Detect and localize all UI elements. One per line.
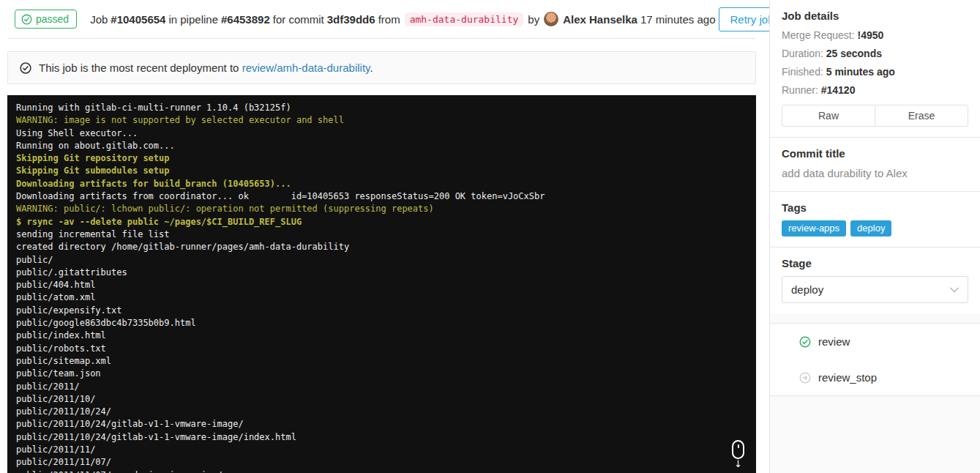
commit-title-text: add data durability to Alex [782,166,968,181]
build-row-review_stop[interactable]: review_stop [770,360,980,395]
deployment-banner: This job is the most recent deployment t… [7,51,756,84]
check-circle-icon [21,14,32,25]
build-row-review[interactable]: review [770,324,980,360]
check-circle-icon [799,336,811,348]
scroll-down-button[interactable]: ↓ [732,440,744,469]
job-detail-row: Duration: 25 seconds [782,47,968,60]
status-badge-passed[interactable]: passed [15,10,77,29]
log-line: WARNING: public/: lchown public/: operat… [16,203,747,215]
tag-badge-deploy[interactable]: deploy [850,220,891,236]
chevron-down-icon [950,287,959,293]
commit-title-heading: Commit title [782,147,968,160]
job-header: passed Job #10405654 in pipeline #645389… [7,0,756,39]
log-line: public/2011/10/24/ [16,406,747,418]
log-line: public/404.html [16,279,747,291]
log-line: Downloading artifacts for build_branch (… [16,178,747,190]
log-line: public/2011/11/07/ [16,456,747,469]
branch-badge[interactable]: amh-data-durability [405,12,524,26]
mouse-scroll-icon [732,440,744,459]
log-line: public/.gitattributes [16,267,747,279]
log-line: public/2011/ [16,381,747,393]
log-line: WARNING: image is not supported by selec… [16,114,747,127]
pipeline-id-link[interactable]: #6453892 [221,13,270,26]
banner-text-after: . [370,62,373,74]
job-details-section: Job details Merge Request: !4950Duration… [770,0,980,137]
job-id-link[interactable]: #10405654 [111,13,165,26]
banner-text: This job is the most recent deployment t… [39,62,373,74]
log-line: Skipping Git repository setup [16,152,747,165]
stage-builds-area: reviewreview_stop [770,313,980,473]
status-label: passed [36,13,69,25]
log-line: Running with gitlab-ci-multi-runner 1.10… [16,102,747,114]
job-detail-rows: Merge Request: !4950Duration: 25 seconds… [782,29,968,97]
build-trace-terminal[interactable]: Running with gitlab-ci-multi-runner 1.10… [7,95,756,473]
log-line: Using Shell executor... [16,127,747,140]
from-label: from [378,13,400,26]
job-detail-row: Finished: 5 minutes ago [782,65,968,78]
build-name: review_stop [818,371,877,384]
author-avatar[interactable] [544,12,558,26]
raw-button[interactable]: Raw [782,105,875,127]
in-pipeline-label: in pipeline [168,13,218,26]
tags-heading: Tags [782,201,968,214]
log-line: public/2011/10/24/gitlab-v1-1-vmware-ima… [16,431,747,444]
log-line: public/ [16,254,747,267]
log-line: public/2011/10/ [16,393,747,406]
by-label: by [528,13,539,26]
time-ago: 17 minutes ago [640,13,716,26]
job-label: Job [90,13,108,26]
log-line: Running on about.gitlab.com... [16,140,747,152]
commit-sha-link[interactable]: 3df39dd6 [327,13,375,26]
tags-section: Tags review-appsdeploy [770,191,980,247]
job-info: Job #10405654 in pipeline #6453892 for c… [90,12,718,26]
stage-dropdown[interactable]: deploy [782,276,968,303]
log-line: Skipping Git submodules setup [16,165,747,177]
log-line: public/team.json [16,368,747,380]
banner-text-before: This job is the most recent deployment t… [39,62,239,74]
log-line: sending incremental file list [16,228,747,241]
job-sidebar: Job details Merge Request: !4950Duration… [769,0,980,473]
check-circle-icon [20,62,31,74]
author-name-link[interactable]: Alex Hanselka [563,13,637,26]
job-details-title: Job details [782,10,968,22]
log-line: public/robots.txt [16,343,747,355]
build-name: review [818,335,850,348]
tag-badge-review-apps[interactable]: review-apps [782,220,846,236]
trace-buttons: Raw Erase [782,105,968,127]
arrow-right-circle-icon [799,372,811,384]
stage-heading: Stage [782,257,968,269]
log-line: public/index.html [16,329,747,342]
for-commit-label: for commit [273,13,324,26]
job-page: passed Job #10405654 in pipeline #645389… [0,0,980,473]
job-detail-row: Merge Request: !4950 [782,29,968,42]
commit-title-section: Commit title add data durability to Alex [770,137,980,191]
log-line: public/atom.xml [16,291,747,304]
log-line: public/2011/11/ [16,444,747,456]
tags-list: review-appsdeploy [782,220,968,236]
environment-link[interactable]: review/amh-data-durability [242,62,370,74]
log-line: $ rsync -av --delete public ~/pages/$CI_… [16,216,747,228]
log-line: created directory /home/gitlab-runner/pa… [16,241,747,253]
log-line: public/2011/10/24/gitlab-v1-1-vmware-ima… [16,418,747,431]
log-line: public/2011/11/07/new-design-is-coming/ [16,469,747,473]
erase-button[interactable]: Erase [875,105,968,127]
log-line: public/expensify.txt [16,305,747,317]
main-column: passed Job #10405654 in pipeline #645389… [0,0,769,473]
log-lines: Running with gitlab-ci-multi-runner 1.10… [16,102,747,473]
log-line: Downloading artifacts from coordinator..… [16,190,747,203]
stage-section: Stage deploy [770,247,980,313]
job-detail-row: Runner: #14120 [782,83,968,97]
log-line: public/google863dbc4b7335b0b9.html [16,317,747,329]
log-line: public/sitemap.xml [16,355,747,368]
stage-selected-value: deploy [791,283,823,296]
arrow-down-icon: ↓ [734,460,742,469]
builds-list: reviewreview_stop [770,323,980,396]
